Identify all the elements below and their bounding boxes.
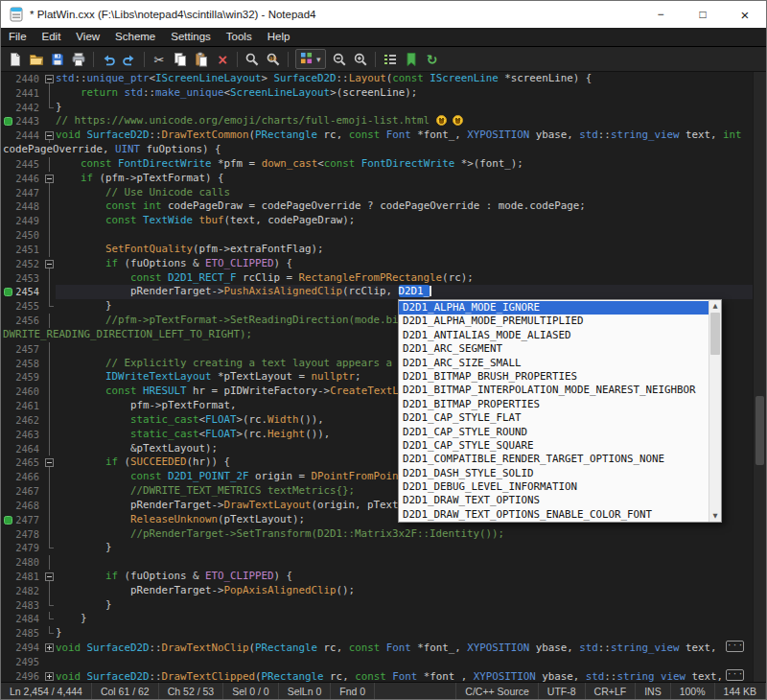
menu-item-help[interactable]: Help [260, 28, 298, 46]
bookmark-margin[interactable] [1, 86, 14, 101]
code-line[interactable]: // https://www.unicode.org/emoji/charts/… [56, 114, 755, 128]
line-number[interactable]: 2467 [14, 484, 43, 499]
bookmark-margin[interactable] [1, 299, 14, 314]
bookmark-margin[interactable] [1, 442, 14, 456]
autocomplete-item[interactable]: D2D1_DASH_STYLE_SOLID [399, 467, 709, 480]
autocomplete-scrollbar[interactable] [709, 300, 721, 522]
code-line[interactable]: const FontDirectWrite *pfm = down_cast<c… [56, 157, 755, 172]
menu-item-scheme[interactable]: Scheme [107, 28, 163, 46]
autocomplete-item[interactable]: D2D1_BITMAP_PROPERTIES [399, 398, 709, 411]
code-line[interactable]: return std::make_unique<ScreenLineLayout… [56, 86, 755, 101]
scroll-down-arrow-icon[interactable] [709, 510, 721, 522]
autocomplete-item[interactable]: D2D1_DRAW_TEXT_OPTIONS [399, 494, 709, 507]
code-line[interactable]: } [56, 101, 755, 115]
bookmark-margin[interactable] [1, 228, 14, 243]
line-number[interactable]: 2468 [14, 499, 43, 513]
line-number[interactable]: 2452 [14, 257, 43, 271]
line-number[interactable]: 2454 [14, 285, 43, 299]
code-line[interactable]: pRenderTarget->PopAxisAlignedClip(); [56, 584, 755, 598]
bookmark-margin[interactable] [1, 513, 14, 527]
autocomplete-item[interactable]: D2D1_ARC_SIZE_SMALL [399, 357, 709, 370]
line-number[interactable]: 2463 [14, 428, 43, 442]
autocomplete-item[interactable]: D2D1_CAP_STYLE_ROUND [399, 426, 709, 439]
code-line[interactable]: void SurfaceD2D::DrawTextNoClip(PRectang… [56, 641, 755, 655]
bookmark-margin[interactable] [1, 157, 14, 172]
status-zoom-level[interactable]: 100% [671, 683, 715, 699]
reload-file-button[interactable]: ↻ [422, 49, 443, 70]
bookmark-margin[interactable] [1, 128, 14, 143]
bookmark-margin[interactable] [1, 428, 14, 442]
line-number[interactable]: 2494 [14, 641, 43, 655]
line-number[interactable]: 2450 [14, 228, 43, 243]
autocomplete-item[interactable]: D2D1_ALPHA_MODE_IGNORE [399, 301, 709, 315]
bookmark-margin[interactable] [1, 257, 14, 271]
code-line[interactable]: if (pfm->pTextFormat) { [56, 172, 755, 186]
line-number[interactable]: 2478 [14, 527, 43, 542]
bookmark-margin[interactable] [1, 243, 14, 257]
bookmark-margin[interactable] [1, 114, 14, 128]
line-number[interactable]: 2447 [14, 186, 43, 200]
fold-marker[interactable] [43, 128, 56, 143]
line-number[interactable]: 2448 [14, 199, 43, 214]
close-button[interactable]: × [724, 1, 766, 28]
zoom-out-button[interactable] [329, 49, 350, 70]
fold-marker[interactable] [43, 570, 56, 584]
line-number[interactable]: 2445 [14, 157, 43, 172]
code-line[interactable]: } [56, 626, 755, 641]
code-line[interactable]: } [56, 541, 755, 555]
bookmark-margin[interactable] [1, 370, 14, 385]
bookmark-margin[interactable] [1, 186, 14, 200]
new-file-button[interactable] [5, 49, 26, 70]
bookmark-margin[interactable] [1, 172, 14, 186]
line-number[interactable]: 2443 [14, 114, 43, 128]
line-number[interactable]: 2442 [14, 101, 43, 115]
editor-scrollbar[interactable] [753, 72, 766, 684]
bookmark-margin[interactable] [1, 655, 14, 669]
menu-item-view[interactable]: View [68, 28, 107, 46]
line-number[interactable]: 2457 [14, 342, 43, 357]
bookmark-margin[interactable] [1, 314, 14, 328]
fold-marker[interactable] [43, 455, 56, 470]
line-number[interactable]: 2481 [14, 570, 43, 584]
code-line[interactable]: void SurfaceD2D::DrawTextCommon(PRectang… [56, 128, 755, 143]
paste-button[interactable] [191, 49, 212, 70]
line-number[interactable]: 2495 [14, 655, 43, 669]
code-line[interactable] [56, 655, 755, 669]
bookmark-margin[interactable] [1, 541, 14, 555]
menu-item-file[interactable]: File [1, 28, 35, 46]
bookmark-margin[interactable] [1, 199, 14, 214]
bookmark-margin[interactable] [1, 342, 14, 357]
line-number[interactable]: 2453 [14, 271, 43, 286]
line-number[interactable]: 2460 [14, 385, 43, 399]
autocomplete-item[interactable]: D2D1_BITMAP_BRUSH_PROPERTIES [399, 370, 709, 384]
line-number[interactable]: 2485 [14, 626, 43, 641]
autocomplete-item[interactable]: D2D1_CAP_STYLE_SQUARE [399, 439, 709, 453]
line-number[interactable]: 2464 [14, 442, 43, 456]
bookmark-margin[interactable] [1, 399, 14, 413]
bookmark-margin[interactable] [1, 470, 14, 484]
bookmark-margin[interactable] [1, 214, 14, 228]
fold-marker[interactable] [43, 172, 56, 186]
line-number[interactable]: 2462 [14, 413, 43, 428]
code-line[interactable]: } [56, 612, 755, 626]
bookmark-margin[interactable] [1, 570, 14, 584]
delete-button[interactable]: × [212, 49, 233, 70]
line-number[interactable]: 2477 [14, 513, 43, 527]
bookmark-margin[interactable] [1, 612, 14, 626]
code-line[interactable]: //pRenderTarget->SetTransform(D2D1::Matr… [56, 527, 755, 542]
bookmark-margin[interactable] [1, 598, 14, 613]
menu-item-settings[interactable]: Settings [163, 28, 219, 46]
collapsed-fold-box-icon[interactable] [726, 669, 744, 681]
replace-button[interactable]: ab [263, 49, 284, 70]
minimize-button[interactable]: − [639, 1, 682, 28]
autocomplete-item[interactable]: D2D1_ARC_SEGMENT [399, 342, 709, 356]
editor-scrollbar-thumb[interactable] [755, 396, 764, 465]
open-file-button[interactable] [26, 49, 47, 70]
line-number[interactable]: 2465 [14, 455, 43, 470]
find-button[interactable] [242, 49, 263, 70]
line-number[interactable]: 2466 [14, 470, 43, 484]
autocomplete-item[interactable]: D2D1_ALPHA_MODE_PREMULTIPLIED [399, 315, 709, 328]
fold-marker[interactable] [43, 72, 56, 86]
bookmark-margin[interactable] [1, 555, 14, 570]
code-line[interactable]: if (fuOptions & ETO_CLIPPED) { [56, 570, 755, 584]
